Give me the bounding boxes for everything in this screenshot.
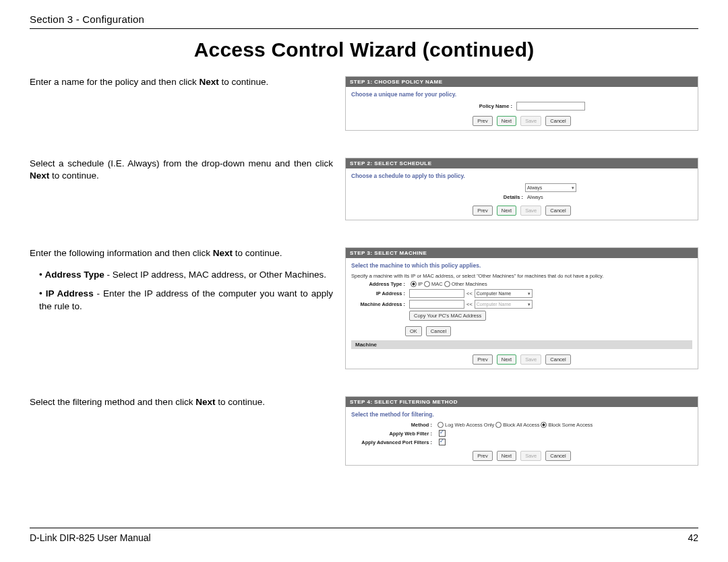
- radio-block-some[interactable]: [541, 422, 547, 428]
- step4-instruction: Select the filtering method and then cli…: [30, 396, 333, 408]
- panel-subtitle: Select the method for filtering.: [351, 411, 692, 418]
- radio-label: MAC: [431, 281, 443, 287]
- port-filter-label: Apply Advanced Port Filters :: [351, 439, 436, 445]
- panel-header: STEP 4: SELECT FILTERING METHOD: [346, 397, 698, 407]
- cancel-button[interactable]: Cancel: [545, 354, 570, 365]
- panel-header: STEP 3: SELECT MACHINE: [346, 248, 698, 258]
- panel-header: STEP 2: SELECT SCHEDULE: [346, 158, 698, 168]
- text-bold: Next: [199, 77, 218, 87]
- radio-label: Block Some Access: [548, 422, 593, 428]
- radio-ip[interactable]: [411, 281, 417, 287]
- footer-left: D-Link DIR-825 User Manual: [30, 532, 151, 543]
- cancel-button[interactable]: Cancel: [545, 451, 570, 461]
- text: to continue.: [215, 397, 265, 407]
- schedule-select[interactable]: Always: [525, 183, 576, 192]
- radio-other[interactable]: [444, 281, 450, 287]
- radio-label: Other Machines: [452, 281, 487, 287]
- text: Select a schedule (I.E. Always) from the…: [30, 158, 333, 168]
- bullet-2: • IP Address - Enter the IP address of t…: [39, 288, 333, 312]
- panel-note: Specify a machine with its IP or MAC add…: [351, 273, 692, 279]
- radio-log[interactable]: [437, 422, 444, 428]
- port-filter-checkbox[interactable]: [439, 439, 446, 445]
- save-button[interactable]: Save: [520, 451, 541, 461]
- text: Enter a name for the policy and then cli…: [30, 77, 199, 87]
- prev-button[interactable]: Prev: [473, 116, 492, 126]
- row-step1: Enter a name for the policy and then cli…: [30, 76, 698, 131]
- ip-address-input[interactable]: [409, 289, 464, 298]
- arrow-icon: <<: [466, 290, 473, 296]
- text-bold: Address Type: [44, 270, 104, 280]
- panel-subtitle: Choose a unique name for your policy.: [351, 91, 692, 98]
- arrow-icon: <<: [466, 301, 473, 307]
- step2-instruction: Select a schedule (I.E. Always) from the…: [30, 158, 333, 182]
- radio-mac[interactable]: [424, 281, 430, 287]
- prev-button[interactable]: Prev: [473, 206, 492, 216]
- select-value: Computer Name: [477, 291, 511, 296]
- method-label: Method :: [351, 422, 436, 428]
- save-button[interactable]: Save: [520, 116, 541, 126]
- radio-label: Block All Access: [503, 422, 539, 428]
- prev-button[interactable]: Prev: [473, 354, 492, 365]
- page-number: 42: [688, 532, 698, 543]
- text: Select the filtering method and then cli…: [30, 397, 195, 407]
- row-step3: Enter the following information and then…: [30, 247, 698, 369]
- machine-address-input[interactable]: [409, 300, 464, 309]
- text-bold: Next: [213, 248, 233, 258]
- panel-step4: STEP 4: SELECT FILTERING METHOD Select t…: [345, 396, 698, 466]
- text-bold: IP Address: [46, 288, 94, 299]
- row-step2: Select a schedule (I.E. Always) from the…: [30, 158, 698, 220]
- section-label: Section 3 - Configuration: [30, 13, 144, 25]
- ip-address-label: IP Address :: [351, 290, 409, 296]
- computer-name-select[interactable]: Computer Name: [475, 289, 533, 298]
- next-button[interactable]: Next: [497, 451, 516, 461]
- next-button[interactable]: Next: [497, 206, 516, 216]
- copy-mac-button[interactable]: Copy Your PC's MAC Address: [409, 311, 486, 321]
- policy-name-input[interactable]: [516, 102, 585, 111]
- row-step4: Select the filtering method and then cli…: [30, 396, 698, 466]
- addr-type-label: Address Type :: [351, 281, 409, 287]
- panel-header: STEP 1: CHOOSE POLICY NAME: [346, 77, 698, 87]
- radio-label: Log Web Access Only: [445, 422, 494, 428]
- clear-button[interactable]: Cancel: [426, 326, 451, 336]
- prev-button[interactable]: Prev: [473, 451, 492, 461]
- text: to continue.: [219, 77, 269, 87]
- details-value: Always: [527, 194, 574, 200]
- radio-label: IP: [418, 281, 423, 287]
- details-label: Details :: [469, 194, 527, 200]
- text: - Select IP address, MAC address, or Oth…: [104, 270, 326, 280]
- policy-name-label: Policy Name :: [458, 103, 516, 109]
- page-title: Access Control Wizard (continued): [30, 38, 698, 61]
- select-value: Computer Name: [477, 302, 511, 307]
- next-button[interactable]: Next: [497, 354, 516, 365]
- content: Enter a name for the policy and then cli…: [30, 76, 698, 466]
- cancel-button[interactable]: Cancel: [545, 116, 570, 126]
- machine-address-label: Machine Address :: [351, 301, 409, 307]
- text-bold: Next: [30, 170, 49, 181]
- machine-header: Machine: [351, 340, 692, 349]
- step1-instruction: Enter a name for the policy and then cli…: [30, 76, 333, 88]
- header-rule: Section 3 - Configuration: [30, 13, 698, 29]
- ok-button[interactable]: OK: [405, 326, 422, 336]
- web-filter-label: Apply Web Filter :: [351, 431, 436, 437]
- panel-subtitle: Select the machine to which this policy …: [351, 262, 692, 269]
- next-button[interactable]: Next: [497, 116, 516, 126]
- select-value: Always: [527, 185, 542, 190]
- cancel-button[interactable]: Cancel: [545, 206, 570, 216]
- panel-step2: STEP 2: SELECT SCHEDULE Choose a schedul…: [345, 158, 698, 220]
- text-bold: Next: [195, 397, 215, 407]
- panel-step3: STEP 3: SELECT MACHINE Select the machin…: [345, 247, 698, 369]
- text: Enter the following information and then…: [30, 248, 213, 258]
- bullet-1: • Address Type - Select IP address, MAC …: [39, 269, 333, 281]
- text: to continue.: [49, 170, 99, 181]
- computer-name-select-2[interactable]: Computer Name: [475, 300, 533, 309]
- save-button[interactable]: Save: [520, 206, 541, 216]
- save-button[interactable]: Save: [520, 354, 541, 365]
- text: to continue.: [233, 248, 282, 258]
- step3-instruction: Enter the following information and then…: [30, 247, 333, 319]
- radio-block-all[interactable]: [495, 422, 502, 428]
- panel-step1: STEP 1: CHOOSE POLICY NAME Choose a uniq…: [345, 76, 698, 131]
- footer: D-Link DIR-825 User Manual 42: [30, 528, 698, 543]
- panel-subtitle: Choose a schedule to apply to this polic…: [351, 173, 692, 179]
- web-filter-checkbox[interactable]: [439, 430, 446, 437]
